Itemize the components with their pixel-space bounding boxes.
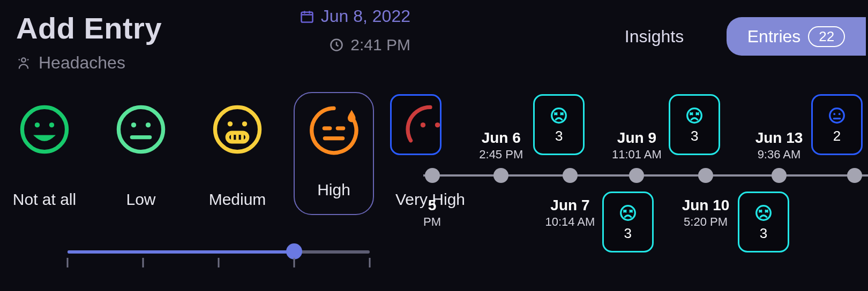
svg-point-10 (215, 107, 259, 151)
tab-insights[interactable]: Insights (582, 17, 727, 56)
severity-label: Low (126, 190, 155, 209)
entry-card-partial[interactable] (390, 94, 442, 155)
slider-tick (143, 258, 144, 267)
entry-date-label: 5PM (423, 197, 441, 229)
entry-card[interactable]: 3 (669, 94, 720, 155)
severity-scale: Not at allLowMediumHighVery High (4, 92, 423, 215)
slider-tick (67, 258, 69, 267)
svg-point-6 (118, 107, 163, 151)
severity-option-medium[interactable]: Medium (197, 92, 278, 215)
time-picker[interactable]: 2:41 PM (300, 36, 410, 54)
calendar-icon (300, 9, 315, 24)
entry-date-label: Jun 139:36 AM (755, 129, 803, 162)
svg-point-3 (22, 107, 66, 151)
entry-level-value: 2 (833, 128, 841, 144)
svg-point-7 (131, 122, 136, 127)
svg-point-22 (552, 108, 566, 122)
entry-date-label: Jun 911:01 AM (612, 129, 662, 162)
tab-label: Entries (747, 27, 801, 47)
svg-point-23 (620, 205, 635, 220)
entry-date-label: Jun 710:14 AM (545, 197, 595, 229)
entry-date-label: Jun 105:20 PM (682, 197, 730, 229)
timeline-node (698, 168, 713, 183)
svg-point-4 (35, 122, 40, 127)
timeline-node (772, 168, 787, 183)
svg-point-24 (687, 108, 702, 122)
timeline-axis (423, 174, 868, 177)
tabs: Insights Entries 22 (582, 17, 866, 56)
add-entry-panel: Add Entry Headaches Jun 8, 2022 (0, 0, 423, 291)
svg-rect-1 (301, 12, 312, 22)
clock-icon (329, 37, 344, 52)
date-picker[interactable]: Jun 8, 2022 (300, 6, 410, 26)
timeline-node (629, 168, 644, 183)
svg-point-8 (146, 122, 151, 127)
entry-level-value: 3 (691, 128, 698, 144)
timeline-node (425, 168, 440, 183)
entry-card[interactable]: 2 (811, 94, 863, 155)
entry-card[interactable]: 3 (602, 192, 654, 252)
entry-level-value: 3 (760, 225, 767, 242)
severity-label: Medium (209, 190, 266, 209)
svg-point-12 (242, 121, 247, 126)
severity-slider[interactable] (68, 249, 370, 269)
severity-label: High (317, 181, 350, 199)
slider-tick (369, 258, 371, 267)
entry-date-label: Jun 62:45 PM (479, 129, 523, 162)
slider-tick (218, 258, 220, 267)
person-headache-icon (16, 56, 31, 71)
entry-level-value: 3 (555, 128, 563, 144)
svg-point-27 (833, 113, 835, 115)
entry-card[interactable]: 3 (738, 192, 789, 252)
timeline-node (847, 168, 862, 183)
slider-tick (294, 258, 295, 267)
datetime-block: Jun 8, 2022 2:41 PM (300, 6, 410, 54)
severity-option-low[interactable]: Low (101, 92, 181, 215)
svg-point-0 (21, 58, 25, 62)
tab-label: Insights (625, 27, 684, 47)
severity-label: Not at all (13, 190, 76, 209)
svg-point-25 (757, 205, 771, 220)
entries-count-badge: 22 (808, 26, 845, 47)
tab-entries[interactable]: Entries 22 (727, 17, 866, 56)
severity-option-not-at-all[interactable]: Not at all (4, 92, 85, 215)
category-row: Headaches (16, 53, 423, 73)
entry-level-value: 3 (624, 225, 632, 242)
timeline-node (563, 168, 578, 183)
svg-point-11 (228, 121, 233, 126)
svg-point-28 (839, 113, 841, 115)
svg-point-5 (49, 122, 54, 127)
svg-point-26 (830, 108, 844, 122)
date-value: Jun 8, 2022 (321, 6, 410, 26)
time-value: 2:41 PM (350, 36, 410, 54)
timeline-node (493, 168, 508, 183)
category-label: Headaches (39, 53, 125, 73)
entries-panel: Insights Entries 22 5PMJun 62:45 PM3Jun … (423, 0, 868, 291)
severity-option-high[interactable]: High (294, 92, 374, 215)
entry-card[interactable]: 3 (533, 94, 585, 155)
